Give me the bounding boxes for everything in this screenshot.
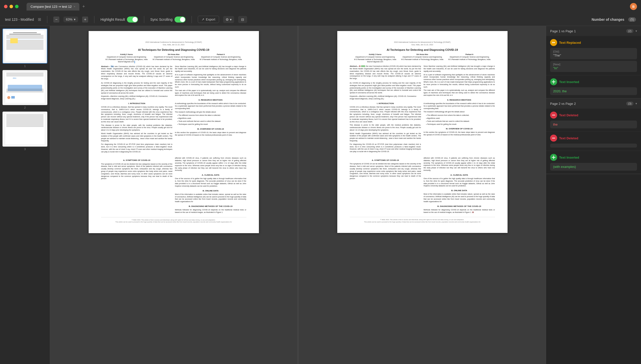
right-abstract: Abstract— In 2020, the new Coronavirus i… (350, 65, 421, 80)
thumbnail-page-2[interactable]: John 2 (3, 70, 47, 109)
highlight-result-label: Highlight Result (100, 18, 125, 22)
deleted-label-1: Text Deleted (559, 113, 578, 117)
left-keywords: Keywords—Machine Learning (ML), Artifici… (101, 95, 173, 100)
right-para-1: As COVID-19 diagnosing is the lengthy pr… (350, 82, 421, 94)
left-section-intro: I. INTRODUCTION (101, 102, 173, 105)
section2-header[interactable]: Page 2 vs Page 2 (3) ▾ (546, 99, 641, 109)
inserted-2-detail: (with examples) (550, 163, 637, 171)
left-col-2: Since Machine Learning (ML) and Artifici… (175, 65, 246, 154)
filter-button[interactable]: ⚙ ▾ (223, 16, 234, 23)
thumb-circle-shape (7, 96, 10, 99)
left-bullet-3: • Tools and methods that are used to col… (178, 120, 246, 123)
right-bullet-4: • Techniques used for getting the result… (426, 123, 495, 126)
left-para-1: As COVID-19 diagnosing is the lengthy pr… (101, 82, 173, 94)
old-value-detail: [Old]: "The" (550, 48, 637, 59)
left-conference: 2022 International Conference for Advanc… (101, 41, 246, 46)
thumb-inner-2: John (5, 72, 45, 103)
avatar: B (630, 3, 637, 10)
left-author-3: Parkavi A Department of Computer Science… (200, 53, 242, 63)
right-diag-para: Methods followed for diagnosing COVID-19… (424, 209, 495, 214)
right-clinical-para: One of the sources of to gather the high… (424, 177, 495, 187)
sync-scrolling-group: Sync Scrolling (150, 17, 186, 23)
left-diag-section: B. Diagnosing methods of the COVID-19 (175, 205, 246, 208)
right-para-2: This disease is prone to the older peopl… (350, 124, 421, 131)
left-author-2: Siri Anna Alex Department of Computer Sc… (152, 53, 195, 63)
panel-icon: ⊟ (241, 18, 244, 22)
tab-close-button[interactable]: × (74, 5, 75, 8)
right-doc-page-1: 2022 International Conference for Advanc… (337, 31, 508, 233)
thumbnail-num-2: 2 (3, 106, 47, 109)
right-col2-para3: The main aim of this paper is to systema… (424, 89, 495, 96)
section1-title: Page 1 vs Page 1 (550, 29, 576, 33)
right-author-2: Siri Anna Alex Department of Computer Sc… (401, 53, 443, 63)
deleted-2-detail (550, 144, 637, 148)
maximize-traffic-light[interactable] (15, 5, 19, 8)
section1-header[interactable]: Page 1 vs Page 1 (2) ▾ (546, 26, 641, 36)
left-para-2: This disease is prone to the older peopl… (101, 124, 173, 131)
changes-section-page2: Page 2 vs Page 2 (3) ▾ Text Deleted (546, 99, 641, 174)
left-research-para1: A methodology specifies the boundaries o… (175, 102, 246, 110)
thumbnails-panel: 1 John 2 (0, 26, 50, 364)
close-traffic-light[interactable] (4, 5, 8, 8)
right-doc-viewer[interactable]: 2022 International Conference for Advanc… (299, 26, 546, 364)
change-deleted-1-header: Text Deleted (550, 112, 637, 119)
section2-badge: (3) (626, 102, 633, 106)
export-icon: ↗ (202, 18, 204, 21)
add-tab-button[interactable]: + (80, 3, 87, 10)
left-section-research: II. RESEARCH MEHTODS (175, 99, 246, 101)
left-doc-viewer[interactable]: 2022 International Conference for Advanc… (50, 26, 297, 364)
change-deleted-2: Text Deleted (546, 132, 641, 151)
left-bullet-1: • The different sources from where the d… (178, 114, 246, 117)
right-keywords: Keywords—Machine Learning (ML), Artifici… (350, 95, 421, 100)
thumbnail-page-1[interactable]: 1 (3, 29, 47, 68)
right-page2-col1: A. Symptoms of COVID-19 The symptoms of … (350, 157, 421, 214)
right-diag-section: B. Diagnosing methods of the COVID-19 (424, 205, 495, 208)
highlight-result-toggle[interactable] (127, 17, 138, 23)
deleted-crossref: ⊗ (472, 211, 474, 213)
left-research-para2: The research methodology will give the d… (175, 111, 246, 113)
changes-panel: Page 1 vs Page 1 (2) ▾ Text Replaced (546, 26, 641, 364)
traffic-lights (4, 5, 19, 8)
thumbnail-img-2: John (3, 70, 47, 105)
active-tab[interactable]: Compare [test 123 ⇒ test 12 × (27, 3, 79, 11)
toolbar: test 123 - Modified ⊞ − 63% ▾ + Highligh… (0, 13, 641, 26)
change-replaced: Text Replaced [Old]: "The" [New]: "In" (546, 36, 641, 75)
layers-icon: ⊞ (38, 17, 41, 22)
panel-toggle-button[interactable]: ⊟ (238, 16, 247, 23)
right-section-intro: I. INTRODUCTION (350, 102, 421, 105)
section1-badge: (2) (626, 29, 633, 33)
zoom-in-button[interactable]: + (82, 17, 88, 23)
left-col2-para3: The main aim of this paper is to systema… (175, 89, 246, 97)
left-online-section: B. Online Data (175, 189, 246, 192)
left-page2-col2: affected with COVID-19 virus, if patient… (175, 157, 246, 214)
export-button[interactable]: ↗ Export (198, 16, 219, 23)
change-deleted-1: Text Deleted the (546, 109, 641, 132)
thumbnail-num-3: 3 (3, 148, 47, 151)
left-author-1: Kshitij C Karns Department of Computer S… (105, 53, 147, 63)
right-research-para1: A methodology specifies the boundaries o… (424, 102, 495, 110)
replaced-icon (550, 39, 557, 46)
left-doc-page-1: 2022 International Conference for Advanc… (89, 31, 259, 233)
zoom-out-button[interactable]: − (53, 17, 59, 23)
left-col2-para1: Since Machine Learning (ML) and Artifici… (175, 65, 246, 73)
right-para-3: World Health Organization (WHO) has advi… (350, 132, 421, 142)
thumb-inner-1 (5, 31, 45, 61)
zoom-control[interactable]: 63% ▾ (63, 17, 78, 22)
changes-count-badge: (5) (628, 17, 636, 22)
right-col-1: Abstract— In 2020, the new Coronavirus i… (350, 65, 421, 154)
change-inserted-2: Text Inserted (with examples) (546, 151, 641, 174)
right-overview-para: In this section the symptoms of COVID-19… (424, 131, 495, 136)
right-footer: © IEEE 2022. This article is free to acc… (350, 217, 495, 223)
right-intro-para: COVID-19 is a infectious disease, that h… (350, 106, 421, 123)
thumbnail-page-3[interactable]: 3 (3, 112, 47, 151)
deleted-1-detail: the (550, 121, 637, 128)
minimize-traffic-light[interactable] (10, 5, 13, 8)
change-deleted-2-header: Text Deleted (550, 135, 637, 142)
filter-chevron-icon: ▾ (230, 18, 232, 22)
thumbnail-img-3 (3, 112, 47, 147)
left-para-3: World Health Organization (WHO) has advi… (101, 132, 173, 142)
sync-scrolling-toggle[interactable] (175, 17, 186, 23)
highlight-result-group: Highlight Result (100, 17, 138, 23)
doc-title: test 123 - Modified (5, 18, 34, 22)
right-author-1: Kshitij C Karns Department of Computer S… (354, 53, 396, 63)
